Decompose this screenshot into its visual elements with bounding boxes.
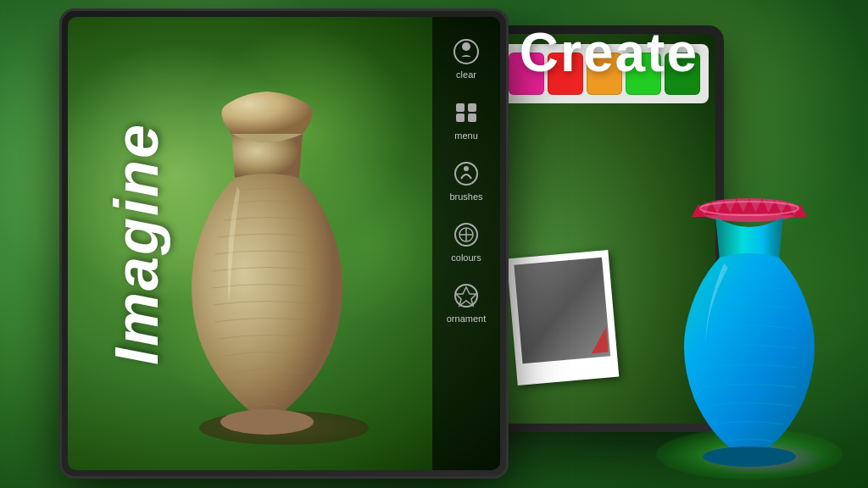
svg-point-1: [220, 409, 314, 435]
colours-label: colours: [451, 252, 481, 263]
svg-rect-7: [468, 114, 476, 122]
toolbar-brushes[interactable]: brushes: [432, 152, 500, 208]
colored-vase-svg: [648, 166, 851, 471]
toolbar-colours[interactable]: colours: [432, 213, 500, 269]
svg-point-27: [703, 446, 796, 467]
svg-rect-5: [468, 103, 476, 112]
toolbar-clear[interactable]: clear: [432, 30, 500, 86]
svg-point-9: [464, 166, 469, 171]
brushes-icon: [451, 158, 481, 189]
polaroid-photo: [507, 250, 620, 385]
toolbar: clear menu: [432, 17, 500, 470]
svg-point-3: [462, 42, 470, 51]
colored-vase: [648, 166, 851, 471]
svg-rect-6: [456, 114, 465, 122]
imagine-title: Imagine: [102, 123, 171, 365]
polaroid-triangle: [589, 327, 609, 354]
svg-rect-4: [456, 103, 465, 112]
ornament-icon: [451, 280, 481, 311]
menu-icon: [451, 97, 481, 128]
toolbar-ornament[interactable]: ornament: [432, 274, 500, 330]
colours-icon: [451, 219, 481, 250]
menu-label: menu: [454, 130, 478, 141]
create-title: Create: [520, 21, 698, 84]
clear-icon: [451, 36, 481, 67]
brushes-label: brushes: [449, 191, 482, 202]
ornament-label: ornament: [447, 313, 486, 324]
clear-label: clear: [456, 69, 476, 80]
toolbar-menu[interactable]: menu: [432, 91, 500, 147]
